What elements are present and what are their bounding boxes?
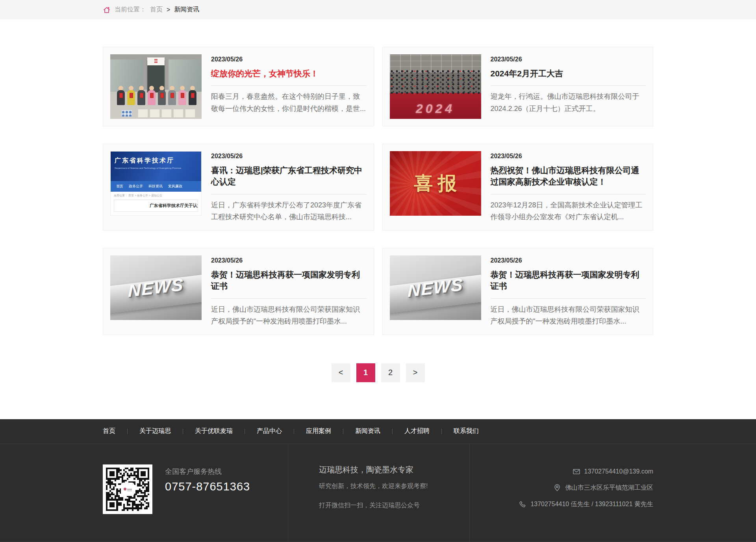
news-card-patent-2[interactable]: NEWS 2023/05/26 恭贺！迈瑞思科技再获一项国家发明专利证书 近日，…	[382, 248, 654, 335]
footer: 首页 关于迈瑞思 关于优联麦瑞 产品中心 应用案例 新闻资讯 人才招聘 联系我们…	[0, 419, 756, 542]
breadcrumb-current: 新闻资讯	[174, 6, 199, 14]
news-date: 2023/05/26	[491, 56, 646, 63]
news-card-womens-day[interactable]: 2023/05/26 绽放你的光芒，女神节快乐！ 阳春三月，春意盎然。在这个特别…	[103, 47, 374, 126]
news-thumbnail-news-3d: NEWS	[110, 255, 202, 320]
news-thumbnail-news-3d: NEWS	[390, 255, 481, 320]
news-title[interactable]: 恭贺！迈瑞思科技再获一项国家发明专利证书	[211, 269, 367, 292]
news-excerpt: 阳春三月，春意盎然。在这个特别的日子里，致敬每一位伟大的女性，你们是时代的楷模，…	[211, 91, 367, 115]
news-thumbnail-gov-website: 广东省科学技术厅 Department of Science and Techn…	[110, 151, 202, 216]
contact-address: 佛山市三水区乐平镇范湖工业区	[565, 484, 653, 492]
divider	[491, 194, 646, 194]
pagination-next-button[interactable]: >	[406, 363, 425, 382]
news-card-engineering-center[interactable]: 广东省科学技术厅 Department of Science and Techn…	[103, 144, 374, 231]
breadcrumb-label: 当前位置：	[115, 6, 146, 14]
breadcrumb-separator: >	[167, 6, 170, 13]
footer-nav-recruit[interactable]: 人才招聘	[393, 427, 441, 435]
news-excerpt: 迎龙年，行鸿运。佛山市迈瑞思科技有限公司于2024.2.26（正月十七）正式开工…	[491, 91, 646, 115]
hotline-label: 全国客户服务热线	[165, 467, 250, 476]
location-icon	[553, 484, 561, 492]
news-date: 2023/05/26	[491, 257, 646, 264]
news-title[interactable]: 喜讯：迈瑞思|荣获广东省工程技术研究中心认定	[211, 165, 367, 188]
gov-site-nav: 首页政务公开 科技资讯党风廉政	[111, 181, 201, 192]
news-thumbnail-xibao: 喜报	[390, 151, 481, 216]
contact-phone-row: 13702754410 伍先生 / 13923111021 黄先生	[519, 500, 653, 509]
gov-site-breadcrumb: 当前位置： 首页 > 政务公开 > 通知公告	[111, 192, 201, 199]
footer-nav-news[interactable]: 新闻资讯	[343, 427, 392, 435]
news-thumbnail-2024-group-photo: 2024	[390, 54, 481, 119]
news-card-2024-opening[interactable]: 2024 2023/05/26 2024年2月开工大吉 迎龙年，行鸿运。佛山市迈…	[382, 47, 654, 126]
footer-nav-about-mairuisi[interactable]: 关于迈瑞思	[128, 427, 183, 435]
divider	[491, 298, 646, 299]
news-excerpt: 2023年12月28日，全国高新技术企业认定管理工作领导小组办公室发布《对广东省…	[491, 199, 646, 223]
divider	[211, 194, 367, 194]
footer-nav-contact[interactable]: 联系我们	[442, 427, 491, 435]
email-icon	[573, 468, 580, 475]
news-title[interactable]: 恭贺！迈瑞思科技再获一项国家发明专利证书	[491, 269, 646, 292]
news-excerpt: 近日，佛山市迈瑞思科技有限公司荣获国家知识产权局授予的“一种发泡砖用喷墨打印墨水…	[491, 303, 646, 327]
footer-nav-cases[interactable]: 应用案例	[294, 427, 343, 435]
qr-center-logo	[122, 483, 133, 495]
people-row	[116, 86, 198, 107]
news-card-high-tech-enterprise[interactable]: 喜报 2023/05/26 热烈祝贺！佛山市迈瑞思科技有限公司通过国家高新技术企…	[382, 144, 654, 231]
divider	[491, 85, 646, 86]
contact-email: 13702754410@139.com	[584, 468, 654, 475]
footer-nav-home[interactable]: 首页	[103, 427, 127, 435]
footer-wechat-tip: 打开微信扫一扫，关注迈瑞思公众号	[319, 501, 469, 510]
news-title[interactable]: 2024年2月开工大吉	[491, 68, 646, 79]
contact-address-row: 佛山市三水区乐平镇范湖工业区	[553, 484, 653, 492]
pagination-page-2[interactable]: 2	[381, 363, 400, 382]
pagination-prev-button[interactable]: <	[332, 363, 350, 382]
news-title[interactable]: 热烈祝贺！佛山市迈瑞思科技有限公司通过国家高新技术企业审核认定！	[491, 165, 646, 188]
news-excerpt: 近日，佛山市迈瑞思科技有限公司荣获国家知识产权局授予的“一种发泡砖用喷墨打印墨水…	[211, 303, 367, 327]
pagination: < 1 2 >	[103, 363, 653, 382]
news-excerpt: 近日，广东省科学技术厅公布了2023年度广东省工程技术研究中心名单，佛山市迈瑞思…	[211, 199, 367, 223]
news-date: 2023/05/26	[211, 257, 367, 264]
footer-slogan-title: 迈瑞思科技，陶瓷墨水专家	[319, 464, 469, 475]
footer-nav-products[interactable]: 产品中心	[245, 427, 294, 435]
news-date: 2023/05/26	[211, 56, 367, 63]
gov-site-title: 广东省科学技术厅	[115, 157, 197, 165]
contact-email-row: 13702754410@139.com	[573, 468, 654, 475]
breadcrumb-bar: 当前位置： 首页 > 新闻资讯	[0, 0, 756, 19]
footer-nav-about-youlianmairui[interactable]: 关于优联麦瑞	[183, 427, 245, 435]
news-date: 2023/05/26	[491, 153, 646, 160]
phone-icon	[519, 500, 526, 508]
footer-slogan-sub: 研究创新，技术领先，欢迎来参观考察!	[319, 482, 469, 490]
thumb-2024-text: 2024	[390, 102, 481, 116]
xibao-text: 喜报	[410, 171, 461, 196]
gov-site-subtitle: Department of Science and Technology of …	[115, 167, 197, 169]
pagination-page-1[interactable]: 1	[356, 363, 375, 382]
wechat-qr-code	[103, 464, 152, 514]
divider	[211, 85, 367, 86]
news-date: 2023/05/26	[211, 153, 367, 160]
home-icon[interactable]	[103, 6, 111, 14]
hotline-number: 0757-87651363	[165, 480, 250, 493]
news-card-patent-1[interactable]: NEWS 2023/05/26 恭贺！迈瑞思科技再获一项国家发明专利证书 近日，…	[103, 248, 374, 335]
divider	[211, 298, 367, 299]
gov-site-doc-title: 广东省科学技术厅关于认定	[114, 200, 198, 212]
news-grid: 2023/05/26 绽放你的光芒，女神节快乐！ 阳春三月，春意盎然。在这个特别…	[103, 47, 653, 335]
footer-nav: 首页 关于迈瑞思 关于优联麦瑞 产品中心 应用案例 新闻资讯 人才招聘 联系我们	[0, 419, 756, 444]
breadcrumb-home-link[interactable]: 首页	[150, 6, 163, 14]
news-thumbnail-womens-day-photo	[110, 54, 202, 119]
contact-phones: 13702754410 伍先生 / 13923111021 黄先生	[530, 500, 653, 509]
news-title[interactable]: 绽放你的光芒，女神节快乐！	[211, 68, 367, 79]
